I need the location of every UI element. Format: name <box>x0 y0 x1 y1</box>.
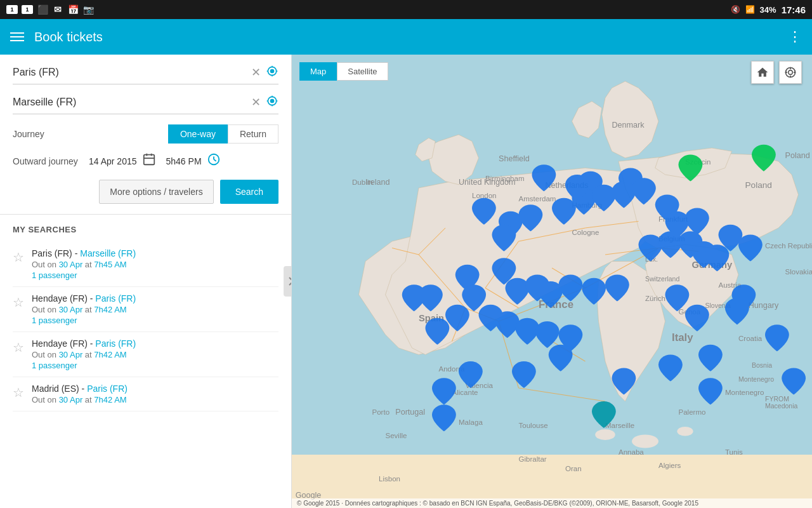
svg-text:Denmark: Denmark <box>612 121 645 130</box>
svg-text:Hungary: Hungary <box>749 301 779 310</box>
status-bar-right: 🔇 📶 34% 17:46 <box>731 4 806 15</box>
hamburger-menu[interactable] <box>10 32 24 41</box>
left-panel: ✕ ✕ Journey One-way Return <box>0 55 292 508</box>
search-item-content-3: Madrid (ES) - Paris (FR) Out on 30 Apr a… <box>32 384 278 404</box>
svg-rect-12 <box>143 155 154 165</box>
search-item-content-0: Paris (FR) - Marseille (FR) Out on 30 Ap… <box>32 248 278 280</box>
svg-text:Macedonia: Macedonia <box>765 402 798 410</box>
search-passengers-0: 1 passenger <box>32 271 278 280</box>
search-button[interactable]: Search <box>220 180 278 204</box>
svg-text:Switzerland: Switzerland <box>645 275 679 283</box>
star-icon-2[interactable]: ☆ <box>13 340 24 355</box>
svg-text:Croatia: Croatia <box>738 335 763 343</box>
star-icon-1[interactable]: ☆ <box>13 295 24 310</box>
panel-collapse-arrow[interactable] <box>284 266 292 297</box>
status-bar: 1 1 ⬛ ✉ 📅 📷 🔇 📶 34% 17:46 <box>0 0 812 19</box>
search-route-3: Madrid (ES) - Paris (FR) <box>32 384 278 394</box>
journey-toggle-group: One-way Return <box>168 124 278 144</box>
status-icon-1: 1 <box>6 5 18 14</box>
map-svg: France Germany Italy Spain Poland Hungar… <box>292 55 812 508</box>
battery-text: 34% <box>760 5 776 15</box>
svg-point-0 <box>270 69 275 74</box>
app-title: Book tickets <box>34 30 103 44</box>
svg-text:Cologne: Cologne <box>572 229 599 236</box>
svg-text:Lisbon: Lisbon <box>379 475 400 483</box>
svg-text:Bosnia: Bosnia <box>752 362 772 370</box>
more-options-icon[interactable]: ⋮ <box>788 29 802 45</box>
map-location-button[interactable] <box>779 61 802 84</box>
search-item-2: ☆ Hendaye (FR) - Paris (FR) Out on 30 Ap… <box>13 332 278 377</box>
svg-text:Montenegro: Montenegro <box>725 389 764 396</box>
svg-text:Malaga: Malaga <box>459 418 483 426</box>
my-searches-title: MY SEARCHES <box>13 225 278 234</box>
return-button[interactable]: Return <box>228 124 278 144</box>
svg-text:Dublin: Dublin <box>352 178 373 186</box>
destination-location-button[interactable] <box>266 95 278 110</box>
map-attribution: © Google 2015 · Données cartographiques … <box>292 498 812 508</box>
calendar-icon[interactable] <box>142 152 156 170</box>
svg-text:FYROM: FYROM <box>765 395 789 403</box>
search-item-1: ☆ Hendaye (FR) - Paris (FR) Out on 30 Ap… <box>13 287 278 332</box>
time-display: 17:46 <box>782 4 806 15</box>
origin-clear-button[interactable]: ✕ <box>251 65 261 79</box>
svg-text:Seville: Seville <box>386 432 407 439</box>
svg-text:Porto: Porto <box>372 408 390 416</box>
svg-text:Amsterdam: Amsterdam <box>519 195 556 203</box>
time-icon[interactable] <box>207 152 221 170</box>
svg-point-33 <box>677 427 693 436</box>
svg-text:Tunis: Tunis <box>725 448 743 456</box>
search-item-3: ☆ Madrid (ES) - Paris (FR) Out on 30 Apr… <box>13 377 278 411</box>
svg-point-31 <box>595 429 615 440</box>
svg-text:Toulouse: Toulouse <box>519 422 548 429</box>
svg-text:Algiers: Algiers <box>658 462 681 469</box>
my-searches-section: MY SEARCHES ☆ Paris (FR) - Marseille (FR… <box>0 215 291 422</box>
svg-point-103 <box>789 70 793 75</box>
search-detail-1: Out on 30 Apr at 7h42 AM <box>32 305 278 314</box>
search-passengers-1: 1 passenger <box>32 316 278 325</box>
app-bar: Book tickets ⋮ <box>0 19 812 55</box>
svg-text:Birmingham: Birmingham <box>485 175 525 183</box>
time-value: 5h46 PM <box>166 156 202 166</box>
origin-location-button[interactable] <box>266 65 278 80</box>
status-icon-4: ✉ <box>52 5 63 14</box>
map-tab-satellite[interactable]: Satellite <box>337 62 388 81</box>
map-tabs: Map Satellite <box>299 62 388 81</box>
search-detail-2: Out on 30 Apr at 7h42 AM <box>32 350 278 359</box>
svg-text:Italy: Italy <box>672 332 693 344</box>
outward-label: Outward journey <box>13 156 89 166</box>
destination-clear-button[interactable]: ✕ <box>251 95 261 109</box>
svg-text:Alicante: Alicante <box>452 389 478 396</box>
map-tab-map[interactable]: Map <box>299 62 337 81</box>
one-way-button[interactable]: One-way <box>168 124 228 144</box>
svg-text:Portugal: Portugal <box>395 408 425 417</box>
svg-line-18 <box>214 159 216 161</box>
map-home-button[interactable] <box>751 61 774 84</box>
svg-text:Annaba: Annaba <box>619 448 644 456</box>
search-item-0: ☆ Paris (FR) - Marseille (FR) Out on 30 … <box>13 242 278 287</box>
journey-label: Journey <box>13 129 44 139</box>
svg-text:Montenegro: Montenegro <box>738 375 774 383</box>
star-icon-3[interactable]: ☆ <box>13 385 24 400</box>
svg-text:Poland: Poland <box>745 180 772 190</box>
date-value: 14 Apr 2015 <box>89 156 137 166</box>
more-options-button[interactable]: More options / travelers <box>99 180 213 204</box>
search-route-1: Hendaye (FR) - Paris (FR) <box>32 293 278 304</box>
origin-input[interactable] <box>13 67 251 78</box>
svg-text:Czech Republic: Czech Republic <box>765 242 812 250</box>
map-panel[interactable]: France Germany Italy Spain Poland Hungar… <box>292 55 812 508</box>
app-bar-left: Book tickets <box>10 30 103 44</box>
star-icon-0[interactable]: ☆ <box>13 250 24 265</box>
svg-point-6 <box>270 99 275 104</box>
search-passengers-2: 1 passenger <box>32 361 278 370</box>
svg-text:Poland: Poland <box>785 151 810 160</box>
origin-input-row: ✕ <box>13 65 278 84</box>
status-icon-2: 1 <box>22 5 33 14</box>
wifi-icon: 📶 <box>745 5 755 14</box>
main-layout: ✕ ✕ Journey One-way Return <box>0 55 812 508</box>
search-form: ✕ ✕ Journey One-way Return <box>0 55 291 215</box>
svg-text:Sheffield: Sheffield <box>499 154 530 163</box>
outward-row: Outward journey 14 Apr 2015 5h46 PM <box>13 152 278 170</box>
journey-row: Journey One-way Return <box>13 124 278 144</box>
destination-input[interactable] <box>13 97 251 108</box>
search-detail-3: Out on 30 Apr at 7h42 AM <box>32 395 278 404</box>
